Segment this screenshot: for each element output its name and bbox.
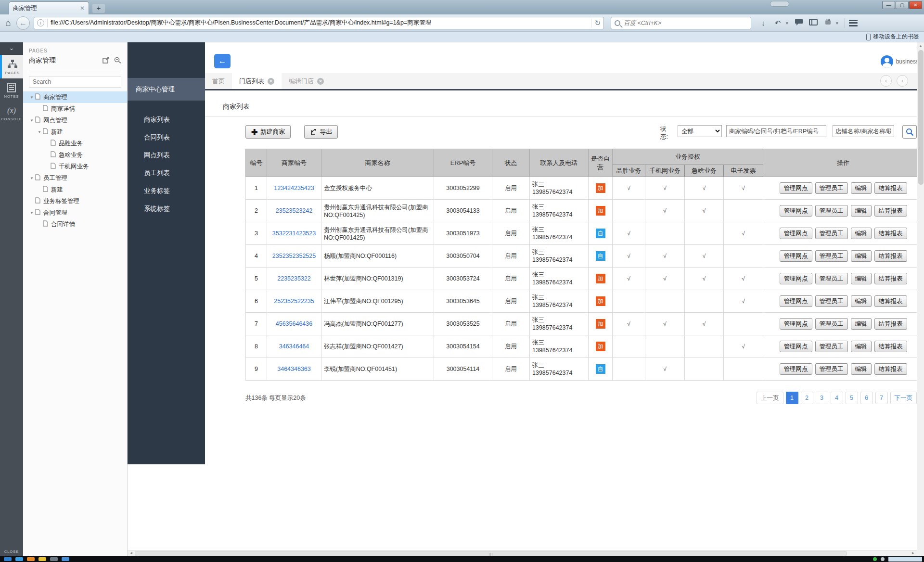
row-action-button[interactable]: 编辑 xyxy=(851,250,872,262)
extension-dropdown-icon[interactable]: ▾ xyxy=(836,21,841,26)
taskbar-app-icon[interactable] xyxy=(15,557,23,561)
tabs-scroll-right-icon[interactable]: › xyxy=(897,75,908,87)
row-action-button[interactable]: 管理员工 xyxy=(815,228,848,239)
page-button-4[interactable]: 4 xyxy=(831,392,843,404)
site-info-icon[interactable]: i xyxy=(37,19,44,26)
tree-item[interactable]: ▼网点管理 xyxy=(23,115,127,126)
tree-item[interactable]: ▼合同管理 xyxy=(23,207,127,218)
merchant-no-link[interactable]: 3532231423523 xyxy=(272,230,316,237)
row-action-button[interactable]: 管理网点 xyxy=(780,295,812,307)
tab-groups-icon[interactable] xyxy=(807,19,820,27)
sidebar-item-业务标签[interactable]: 业务标签 xyxy=(128,182,205,200)
expand-arrow-icon[interactable]: ▼ xyxy=(28,95,35,100)
tree-item[interactable]: 商家详情 xyxy=(23,103,127,115)
expand-arrow-icon[interactable]: ▼ xyxy=(28,176,35,180)
page-button-1[interactable]: 1 xyxy=(786,392,798,404)
merchant-no-link[interactable]: 2352352352525 xyxy=(272,253,316,259)
merchant-no-link[interactable]: 45635646436 xyxy=(276,320,312,327)
home-icon[interactable]: ⌂ xyxy=(0,18,16,28)
minimize-button[interactable]: — xyxy=(882,1,895,9)
address-bar[interactable]: i file:///C:/Users/Administrator/Desktop… xyxy=(34,17,604,29)
row-action-button[interactable]: 结算报表 xyxy=(874,295,907,307)
row-action-button[interactable]: 编辑 xyxy=(851,341,872,352)
scroll-up-icon[interactable]: ▲ xyxy=(917,42,924,50)
row-action-button[interactable]: 结算报表 xyxy=(874,182,907,194)
horizontal-scrollbar[interactable]: ◄ ||| ► xyxy=(128,550,917,556)
vertical-scrollbar[interactable]: ▲ xyxy=(917,42,924,556)
row-action-button[interactable]: 结算报表 xyxy=(874,228,907,239)
merchant-no-link[interactable]: 346346464 xyxy=(279,343,309,350)
tree-item[interactable]: 业务标签管理 xyxy=(23,195,127,207)
row-action-button[interactable]: 管理员工 xyxy=(815,341,848,352)
taskbar-app-icon[interactable] xyxy=(62,557,69,561)
merchant-no-link[interactable]: 3464346363 xyxy=(277,366,311,372)
row-action-button[interactable]: 管理网点 xyxy=(780,363,812,375)
row-action-button[interactable]: 结算报表 xyxy=(874,341,907,352)
row-action-button[interactable]: 结算报表 xyxy=(874,363,907,375)
chat-icon[interactable] xyxy=(793,19,805,27)
new-merchant-button[interactable]: ✚ 新建商家 xyxy=(245,125,291,139)
taskbar-app-icon[interactable] xyxy=(38,557,46,561)
row-action-button[interactable]: 管理网点 xyxy=(780,341,812,352)
tab-close-icon[interactable]: ✕ xyxy=(268,78,274,85)
row-action-button[interactable]: 结算报表 xyxy=(874,250,907,262)
row-action-button[interactable]: 管理网点 xyxy=(780,318,812,330)
row-action-button[interactable]: 管理员工 xyxy=(815,363,848,375)
browser-search-input[interactable] xyxy=(624,20,747,26)
row-action-button[interactable]: 编辑 xyxy=(851,273,872,284)
sidebar-item-合同列表[interactable]: 合同列表 xyxy=(128,128,205,146)
merchant-no-link[interactable]: 252352522235 xyxy=(274,298,314,305)
row-action-button[interactable]: 编辑 xyxy=(851,228,872,239)
maximize-button[interactable]: ▢ xyxy=(896,1,909,9)
tree-item[interactable]: 急啥业务 xyxy=(23,149,127,161)
tree-item[interactable]: ▼商家管理 xyxy=(23,91,127,103)
row-action-button[interactable]: 结算报表 xyxy=(874,273,907,284)
app-back-button[interactable]: ← xyxy=(214,54,231,68)
row-action-button[interactable]: 管理员工 xyxy=(815,250,848,262)
page-button-5[interactable]: 5 xyxy=(846,392,858,404)
bookmark-item[interactable]: 移动设备上的书签 xyxy=(873,33,919,41)
row-action-button[interactable]: 编辑 xyxy=(851,318,872,330)
row-action-button[interactable]: 结算报表 xyxy=(874,205,907,217)
merchant-no-link[interactable]: 123424235423 xyxy=(274,185,314,192)
vertical-scroll-thumb[interactable] xyxy=(918,50,924,185)
row-action-button[interactable]: 编辑 xyxy=(851,363,872,375)
expand-arrow-icon[interactable]: ▼ xyxy=(28,118,35,123)
tree-item[interactable]: 合同详情 xyxy=(23,218,127,230)
row-action-button[interactable]: 管理网点 xyxy=(780,228,812,239)
app-tab[interactable]: 门店列表✕ xyxy=(232,73,282,89)
tray-icon[interactable] xyxy=(873,557,877,561)
row-action-button[interactable]: 编辑 xyxy=(851,205,872,217)
row-action-button[interactable]: 管理网点 xyxy=(780,250,812,262)
merchant-code-filter-input[interactable] xyxy=(726,125,826,137)
row-action-button[interactable]: 管理员工 xyxy=(815,318,848,330)
tree-item[interactable]: 千机网业务 xyxy=(23,161,127,172)
status-filter-select[interactable]: 全部 xyxy=(678,125,722,137)
row-action-button[interactable]: 管理网点 xyxy=(780,273,812,284)
scroll-left-icon[interactable]: ◄ xyxy=(128,550,135,556)
page-button-下一页[interactable]: 下一页 xyxy=(890,392,917,404)
user-box[interactable]: business xyxy=(881,55,917,68)
history-dropdown-icon[interactable]: ▾ xyxy=(786,21,791,26)
download-icon[interactable]: ↓ xyxy=(757,19,770,27)
page-button-7[interactable]: 7 xyxy=(875,392,888,404)
tool-console[interactable]: (x) CONSOLE xyxy=(0,102,23,125)
expand-arrow-icon[interactable]: ▼ xyxy=(36,130,43,134)
page-button-6[interactable]: 6 xyxy=(860,392,873,404)
browser-tab[interactable]: 商家管理 ✕ xyxy=(9,1,89,14)
merchant-no-link[interactable]: 2235235322 xyxy=(277,275,311,282)
tree-item[interactable]: 品胜业务 xyxy=(23,138,127,149)
tab-close-icon[interactable]: ✕ xyxy=(317,78,324,85)
tab-close-icon[interactable]: ✕ xyxy=(80,5,85,12)
tool-notes[interactable]: NOTES xyxy=(0,78,23,102)
pages-search-input[interactable] xyxy=(29,76,121,88)
back-icon[interactable]: ← xyxy=(16,16,30,30)
row-action-button[interactable]: 管理网点 xyxy=(780,205,812,217)
sidebar-item-员工列表[interactable]: 员工列表 xyxy=(128,164,205,182)
tree-item[interactable]: ▼员工管理 xyxy=(23,172,127,184)
sidebar-item-商家列表[interactable]: 商家列表 xyxy=(128,111,205,128)
page-button-上一页[interactable]: 上一页 xyxy=(757,392,783,404)
taskbar-app-icon[interactable] xyxy=(27,557,35,561)
row-action-button[interactable]: 结算报表 xyxy=(874,318,907,330)
sidebar-item-系统标签[interactable]: 系统标签 xyxy=(128,200,205,217)
